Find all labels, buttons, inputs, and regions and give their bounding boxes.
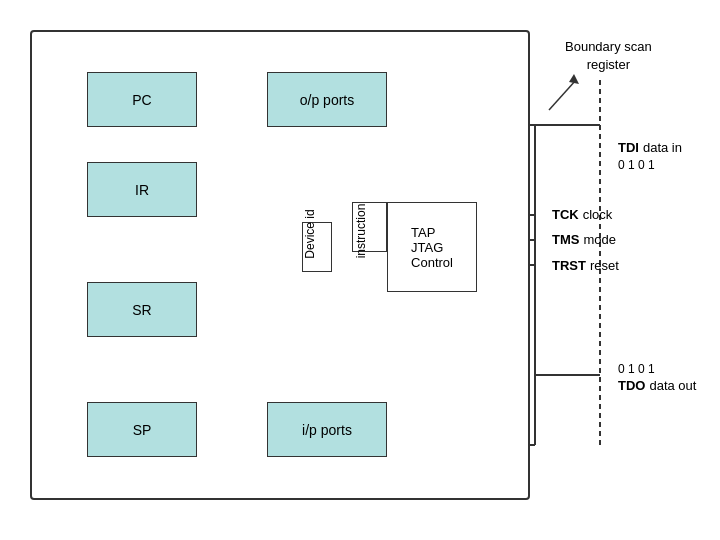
svg-marker-37 xyxy=(569,74,579,84)
tdi-signal: TDI xyxy=(618,140,639,155)
ir-box: IR xyxy=(87,162,197,217)
tms-row: TMS mode xyxy=(552,232,616,247)
sr-box: SR xyxy=(87,282,197,337)
sp-label: SP xyxy=(133,422,152,438)
bsr-label: Boundary scan register xyxy=(565,38,652,74)
op-ports-label: o/p ports xyxy=(300,92,354,108)
trst-signal: TRST xyxy=(552,258,586,273)
ir-label: IR xyxy=(135,182,149,198)
tdi-bits: 0 1 0 1 xyxy=(618,158,655,172)
tdo-row: TDO data out xyxy=(618,378,696,393)
tdi-row: TDI data in xyxy=(618,140,682,155)
tap-label: TAPJTAGControl xyxy=(411,225,453,270)
trst-row: TRST reset xyxy=(552,258,619,273)
device-id-label: Device id xyxy=(303,209,317,258)
tdo-signal: TDO xyxy=(618,378,645,393)
svg-line-36 xyxy=(549,80,576,110)
tck-row: TCK clock xyxy=(552,207,612,222)
tap-jtag-box: TAPJTAGControl xyxy=(387,202,477,292)
tdo-bits: 0 1 0 1 xyxy=(618,362,655,376)
sr-label: SR xyxy=(132,302,151,318)
tck-desc: clock xyxy=(583,207,613,222)
tdo-desc: data out xyxy=(649,378,696,393)
ip-ports-label: i/p ports xyxy=(302,422,352,438)
tdi-desc: data in xyxy=(643,140,682,155)
pc-label: PC xyxy=(132,92,151,108)
trst-desc: reset xyxy=(590,258,619,273)
diagram-container: PC o/p ports IR SR SP i/p ports Device i… xyxy=(30,30,530,500)
sp-box: SP xyxy=(87,402,197,457)
pc-box: PC xyxy=(87,72,197,127)
tck-signal: TCK xyxy=(552,207,579,222)
instruction-label: instruction xyxy=(354,204,368,259)
op-ports-box: o/p ports xyxy=(267,72,387,127)
ip-ports-box: i/p ports xyxy=(267,402,387,457)
tms-desc: mode xyxy=(583,232,616,247)
tms-signal: TMS xyxy=(552,232,579,247)
